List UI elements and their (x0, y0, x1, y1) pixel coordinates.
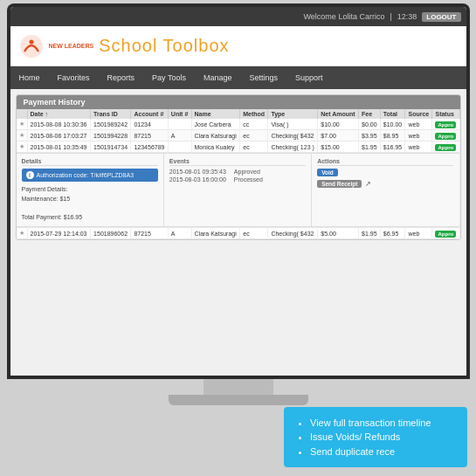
row4-account: 87215 (131, 228, 168, 239)
row1-total: $10.00 (380, 119, 405, 130)
payment-table: Date ↑ Trans ID Account # Unit # Name Me… (17, 109, 460, 239)
nav-home[interactable]: Home (16, 72, 44, 84)
row2-name: Clara Katsuragi (191, 130, 240, 141)
detail-inner: Details i Authorization code: T/k#f6PLZD… (17, 153, 459, 227)
row2-method: ec (240, 130, 268, 141)
details-section: Details i Authorization code: T/k#f6PLZD… (17, 154, 164, 226)
payment-details-text: Payment Details: Maintenance: $15 Total … (22, 185, 158, 222)
payment-history-panel: Payment History Date ↑ Trans ID Account … (16, 94, 461, 240)
row3-net: $15.00 (318, 141, 359, 153)
row4-unit: A (168, 228, 191, 239)
table-row[interactable]: ★ 2015-07-29 12:14:03 1501896062 87215 A… (17, 228, 460, 239)
row1-account: 01234 (131, 119, 168, 130)
screen: Welcome Lolita Carrico | 12:38 LOGOUT NE… (10, 7, 466, 376)
table-header-row: Date ↑ Trans ID Account # Unit # Name Me… (17, 109, 460, 119)
status-badge: Appro (435, 133, 456, 140)
col-name: Name (191, 109, 240, 119)
row1-date: 2015-08-08 10:30:36 (27, 119, 91, 130)
event2-status: Processed (234, 176, 278, 183)
auth-code-box: i Authorization code: T/k#f6PLZD8A3 (22, 169, 158, 182)
row2-trans: 1501994228 (91, 130, 131, 141)
row4-method: ec (240, 228, 268, 239)
row3-type: Checking( 123 ) (268, 141, 318, 153)
event1-status: Approved (234, 169, 278, 175)
row2-net: $7.00 (318, 130, 359, 141)
welcome-text: Welcome Lolita Carrico (304, 12, 385, 21)
row1-method: cc (240, 119, 268, 130)
void-button[interactable]: Void (317, 169, 338, 176)
col-source: Source (405, 109, 432, 119)
col-date: Date ↑ (27, 109, 91, 119)
event-row-1: 2015-08-01 09:35:43 Approved (169, 169, 306, 175)
row2-date: 2015-08-06 17:03:27 (27, 130, 91, 141)
row4-trans: 1501896062 (91, 228, 131, 239)
actions-title: Actions (317, 158, 453, 166)
info-item-3: Send duplicate rece (310, 445, 455, 459)
row2-status: Appro (432, 130, 459, 141)
svg-point-1 (29, 39, 33, 44)
time-display: 12:38 (397, 12, 417, 21)
table-row[interactable]: ★ 2015-08-06 17:03:27 1501994228 87215 A… (17, 130, 460, 141)
row2-account: 87215 (131, 130, 168, 141)
send-receipt-button[interactable]: Send Receipt (317, 180, 362, 188)
monitor-bezel: Welcome Lolita Carrico | 12:38 LOGOUT NE… (7, 3, 470, 379)
events-section: Events 2015-08-01 09:35:43 Approved 2015… (164, 154, 312, 226)
table-wrap: Date ↑ Trans ID Account # Unit # Name Me… (17, 109, 460, 239)
nav-reports[interactable]: Reports (104, 72, 139, 84)
app-title: School Toolbox (99, 36, 229, 56)
actions-section: Actions Void Send Receipt ↗ (312, 154, 459, 226)
logo-icon (19, 34, 44, 59)
logout-button[interactable]: LOGOUT (422, 12, 460, 22)
row3-status: Appro (432, 141, 459, 153)
details-title: Details (22, 158, 158, 166)
col-net: Net Amount (318, 109, 359, 119)
row2-type: Checking( $432 (268, 130, 318, 141)
info-panel: View full transaction timeline Issue Voi… (284, 407, 467, 468)
nav-support[interactable]: Support (292, 72, 327, 84)
event1-date: 2015-08-01 09:35:43 (169, 169, 231, 175)
status-badge: Appro (435, 231, 456, 238)
row2-unit: A (168, 130, 191, 141)
col-trans-id: Trans ID (91, 109, 131, 119)
row2-total: $8.95 (380, 130, 405, 141)
row1-status: Appro (432, 119, 459, 130)
nav-settings[interactable]: Settings (245, 72, 281, 84)
row3-fee: $1.95 (359, 141, 381, 153)
row3-name: Monica Kualey (191, 141, 240, 153)
nav-favorites[interactable]: Favorites (54, 72, 93, 84)
panel-title: Payment History (17, 95, 460, 109)
row2-source: web (405, 130, 432, 141)
col-type: Type (268, 109, 318, 119)
app-header: NEW LEADERS School Toolbox (10, 26, 466, 66)
status-badge: Appro (435, 121, 456, 128)
nav-pay-tools[interactable]: Pay Tools (148, 72, 190, 84)
row3-unit (168, 141, 191, 153)
main-content: Payment History Date ↑ Trans ID Account … (10, 89, 466, 376)
col-method: Method (240, 109, 268, 119)
info-item-2: Issue Voids/ Refunds (310, 430, 455, 445)
row4-source: web (405, 228, 432, 239)
row3-total: $16.95 (380, 141, 405, 153)
row2-fee: $3.95 (359, 130, 381, 141)
table-row[interactable]: ★ 2015-08-01 10:35:49 1501914734 1234567… (17, 141, 460, 153)
row1-type: Visa( ) (268, 119, 318, 130)
row4-star: ★ (17, 228, 28, 239)
top-bar: Welcome Lolita Carrico | 12:38 LOGOUT (10, 7, 466, 26)
row1-star: ★ (17, 119, 28, 130)
events-title: Events (169, 158, 306, 166)
table-row[interactable]: ★ 2015-08-08 10:30:36 1501989242 01234 J… (17, 119, 460, 130)
info-icon: i (26, 171, 34, 179)
status-badge: Appro (435, 144, 456, 151)
row4-type: Checking( $432 (268, 228, 318, 239)
row1-source: web (405, 119, 432, 130)
row3-source: web (405, 141, 432, 153)
monitor-stand-base (169, 395, 308, 405)
nav-manage[interactable]: Manage (200, 72, 236, 84)
row4-status: Appro (432, 228, 459, 239)
row4-name: Clara Katsuragi (191, 228, 240, 239)
row4-date: 2015-07-29 12:14:03 (27, 228, 91, 239)
monitor-stand-top (204, 379, 273, 395)
row1-fee: $0.00 (359, 119, 381, 130)
brand-label: NEW LEADERS (49, 43, 94, 49)
auth-code-text: Authorization code: T/k#f6PLZD8A3 (37, 172, 135, 178)
